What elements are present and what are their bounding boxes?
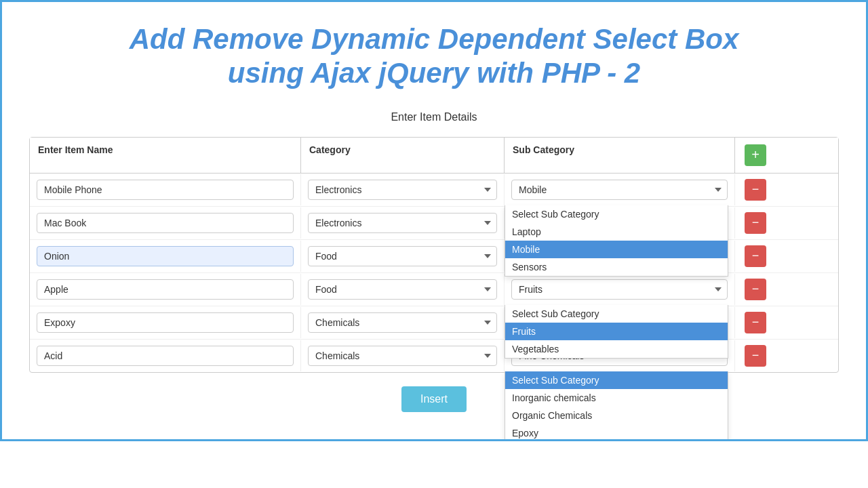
cell-sub-category: Mobile Select Sub Category Laptop Mobile… [505,174,735,205]
item-name-input[interactable] [37,213,294,233]
dropdown-item[interactable]: Select Sub Category [505,305,728,323]
col-header-item-name: Enter Item Name [30,138,301,173]
cell-category: Electronics Food Chemicals [301,207,505,239]
dropdown-item[interactable]: Sensors [505,258,728,276]
cell-item-name [30,174,301,205]
remove-row-button[interactable]: − [745,312,766,333]
dropdown-item[interactable]: Inorganic chemicals [505,389,728,407]
category-select[interactable]: Electronics Food Chemicals [308,312,497,333]
cell-category: Electronics Food Chemicals [301,241,505,272]
sub-category-select[interactable]: Fruits [511,279,728,300]
col-header-sub-category: Sub Category [505,138,735,173]
table-row: Electronics Food Chemicals Mobile Select… [30,174,838,207]
cell-category: Electronics Food Chemicals [301,307,505,338]
dropdown-item-selected[interactable]: Fruits [505,323,728,340]
remove-row-button[interactable]: − [745,245,766,267]
remove-row-button[interactable]: − [745,279,766,300]
cell-category: Electronics Food Chemicals [301,174,505,205]
table-header: Enter Item Name Category Sub Category + [30,138,838,174]
dropdown-item[interactable]: Organic Chemicals [505,407,728,424]
dropdown-item[interactable]: Select Sub Category [505,205,728,223]
cell-item-name [30,307,301,338]
category-select[interactable]: Electronics Food Chemicals [308,246,497,266]
form-section: Enter Item Details Enter Item Name Categ… [2,104,866,439]
sub-category-dropdown: Select Sub Category Inorganic chemicals … [505,371,728,441]
item-name-input[interactable] [37,279,294,300]
remove-row-button[interactable]: − [745,345,766,367]
dropdown-item[interactable]: Vegetables [505,340,728,358]
item-name-input[interactable] [37,180,294,200]
cell-remove: − [735,174,776,206]
category-select[interactable]: Electronics Food Chemicals [308,346,497,366]
table-row: Electronics Food Chemicals Fruits Select… [30,273,838,306]
dropdown-item-selected[interactable]: Select Sub Category [505,371,728,389]
data-table: Enter Item Name Category Sub Category + … [29,137,839,373]
cell-category: Electronics Food Chemicals [301,340,505,371]
add-row-button[interactable]: + [745,144,766,166]
col-header-category: Category [301,138,505,173]
item-name-input[interactable] [37,312,294,333]
item-name-input[interactable] [37,246,294,266]
cell-remove: − [735,340,776,372]
page-header: Add Remove Dynamic Dependent Select Box … [2,2,866,104]
insert-button[interactable]: Insert [401,386,467,412]
item-name-input[interactable] [37,346,294,366]
cell-remove: − [735,273,776,306]
cell-item-name [30,340,301,371]
cell-item-name [30,207,301,239]
category-select[interactable]: Electronics Food Chemicals [308,213,497,233]
category-select[interactable]: Electronics Food Chemicals [308,180,497,200]
dropdown-item-selected[interactable]: Mobile [505,241,728,258]
category-select[interactable]: Electronics Food Chemicals [308,279,497,300]
cell-remove: − [735,240,776,272]
sub-category-dropdown: Select Sub Category Laptop Mobile Sensor… [505,205,728,277]
cell-remove: − [735,306,776,339]
cell-category: Electronics Food Chemicals [301,274,505,305]
page-title: Add Remove Dynamic Dependent Select Box … [16,22,852,91]
dropdown-item[interactable]: Epoxy [505,424,728,441]
dropdown-item[interactable]: Laptop [505,223,728,241]
sub-category-select[interactable]: Mobile [511,180,728,200]
sub-category-dropdown: Select Sub Category Fruits Vegetables [505,305,728,359]
cell-item-name [30,274,301,305]
remove-row-button[interactable]: − [745,212,766,234]
col-header-action: + [735,138,776,173]
form-subtitle: Enter Item Details [29,111,839,123]
cell-remove: − [735,207,776,239]
cell-item-name [30,241,301,272]
cell-sub-category: Fruits Select Sub Category Fruits Vegeta… [505,274,735,305]
remove-row-button[interactable]: − [745,179,766,201]
